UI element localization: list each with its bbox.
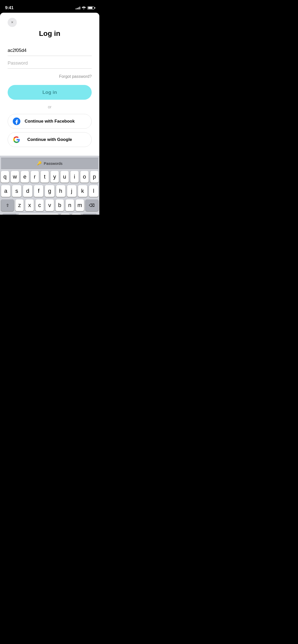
key-o[interactable]: o [80,171,89,183]
keyboard-toolbar-label: Passwords [44,161,62,166]
google-button-label: Continue with Google [27,137,72,142]
key-y[interactable]: y [50,171,59,183]
key-g[interactable]: g [45,185,54,197]
key-d[interactable]: d [23,185,32,197]
numbers-key[interactable]: 123 [3,214,17,215]
status-bar: 9:41 [0,0,99,13]
key-v[interactable]: v [45,199,54,211]
key-c[interactable]: c [35,199,44,211]
close-button[interactable]: × [8,18,17,27]
next-key[interactable]: next [83,214,97,215]
login-button[interactable]: Log in [8,85,92,100]
key-icon: 🔑 [37,161,42,166]
password-input[interactable] [8,58,92,69]
forgot-password-link[interactable]: Forgot password? [8,74,92,79]
key-n[interactable]: n [65,199,74,211]
keyboard: 🔑 Passwords q w e r t y u i o p a s d f … [0,156,99,215]
keyboard-row-3: ⇧ z x c v b n m ⌫ [1,199,98,211]
period-key[interactable]: . [72,214,81,215]
key-l[interactable]: l [89,185,98,197]
key-r[interactable]: r [31,171,39,183]
key-s[interactable]: s [12,185,21,197]
key-f[interactable]: f [34,185,43,197]
key-u[interactable]: u [60,171,69,183]
facebook-button-label: Continue with Facebook [25,119,75,124]
key-x[interactable]: x [25,199,34,211]
keyboard-row-4: 123 space @ . next [1,214,98,215]
email-input[interactable] [8,45,92,56]
facebook-login-button[interactable]: Continue with Facebook [8,114,92,129]
backspace-key[interactable]: ⌫ [86,199,98,211]
space-key[interactable]: space [18,214,59,215]
facebook-icon [12,117,21,125]
battery-icon [87,6,94,10]
keyboard-row-2: a s d f g h j k l [1,185,98,197]
status-time: 9:41 [5,5,13,10]
key-h[interactable]: h [56,185,65,197]
google-icon [12,136,21,144]
page-title: Log in [8,30,92,38]
key-k[interactable]: k [78,185,87,197]
key-i[interactable]: i [70,171,79,183]
signal-icon [76,6,80,9]
status-icons [76,6,94,10]
key-a[interactable]: a [1,185,10,197]
key-z[interactable]: z [15,199,24,211]
key-m[interactable]: m [76,199,84,211]
key-t[interactable]: t [40,171,49,183]
key-e[interactable]: e [21,171,29,183]
keyboard-row-1: q w e r t y u i o p [1,171,98,183]
key-p[interactable]: p [90,171,99,183]
wifi-icon [82,6,86,9]
keyboard-toolbar[interactable]: 🔑 Passwords [1,158,98,169]
key-b[interactable]: b [56,199,64,211]
at-key[interactable]: @ [60,214,70,215]
key-w[interactable]: w [11,171,19,183]
key-q[interactable]: q [1,171,9,183]
login-modal: × Log in Forgot password? Log in or Cont… [0,13,99,156]
or-divider: or [8,105,92,109]
key-j[interactable]: j [67,185,76,197]
shift-key[interactable]: ⇧ [1,199,14,211]
google-login-button[interactable]: Continue with Google [8,132,92,147]
